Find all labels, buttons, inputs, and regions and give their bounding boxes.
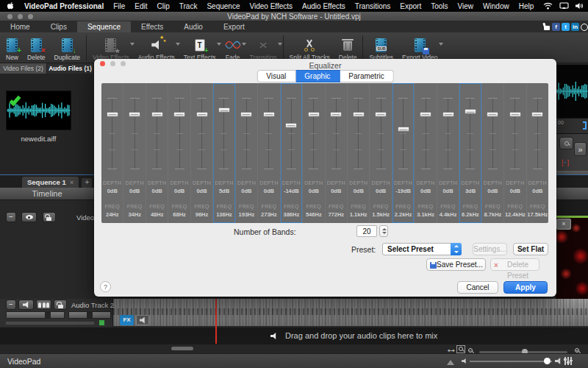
mix-track-lane[interactable]: Drag and drop your audio clips here to m…	[0, 328, 588, 344]
speaker-icon[interactable]	[18, 300, 34, 310]
eq-tab-visual[interactable]: Visual	[257, 70, 295, 82]
add-sequence-button[interactable]: +	[82, 178, 92, 188]
volume-icon[interactable]	[576, 2, 584, 10]
eq-band-772Hz[interactable]: DEPTH0dBFREQ772Hz	[326, 83, 348, 223]
playhead-cursor[interactable]	[215, 299, 217, 344]
audio-clip[interactable]: FX	[112, 299, 588, 326]
horizontal-scrollbar[interactable]	[171, 347, 193, 350]
eq-slider-thumb[interactable]	[420, 112, 431, 117]
menu-item-track[interactable]: Track	[179, 2, 198, 10]
lock-icon[interactable]	[43, 212, 56, 222]
text-effects-button[interactable]: T+Text Effects	[179, 32, 220, 63]
menu-item-clip[interactable]: Clip	[157, 2, 170, 10]
number-of-bands-input[interactable]: 20	[356, 225, 377, 237]
menu-item-window[interactable]: Window	[483, 2, 509, 10]
cancel-button[interactable]: Cancel	[457, 281, 498, 294]
eq-slider-thumb[interactable]	[107, 112, 118, 117]
eq-band-546Hz[interactable]: DEPTH0dBFREQ546Hz	[303, 83, 325, 223]
delete-preset-button[interactable]: ×Delete Preset	[490, 258, 539, 271]
eq-band-2.2kHz[interactable]: DEPTH-19dBFREQ2.2kHz	[392, 83, 415, 223]
tab-clips[interactable]: Clips	[40, 21, 77, 32]
bin-tab-video-files-[interactable]: Video Files (2)	[0, 63, 47, 74]
new-button[interactable]: +New	[1, 32, 23, 63]
sequence-tab[interactable]: Sequence 1 ×	[22, 177, 79, 188]
save-preset-button[interactable]: Save Preset...	[426, 258, 486, 271]
eq-band-24Hz[interactable]: DEPTH0dBFREQ24Hz	[101, 83, 123, 223]
eq-slider-thumb[interactable]	[308, 112, 320, 117]
bin-tab-audio-files-[interactable]: Audio Files (1)	[47, 63, 94, 74]
number-of-bands-stepper[interactable]	[379, 225, 388, 237]
collapse-track-button[interactable]: −	[6, 300, 16, 310]
split-all-tracks-button[interactable]: Split All Tracks	[285, 32, 334, 63]
eq-band-1.5kHz[interactable]: DEPTH0dBFREQ1.5kHz	[370, 83, 392, 223]
fit-width-icon[interactable]: ↔	[445, 344, 457, 353]
volume-slider[interactable]	[6, 311, 65, 319]
menu-item-video-effects[interactable]: Video Effects	[249, 2, 293, 10]
zoom-icon[interactable]	[559, 137, 573, 149]
eq-slider-thumb[interactable]	[487, 112, 498, 117]
master-volume-control[interactable]	[462, 357, 572, 365]
set-flat-button[interactable]: Set Flat	[513, 243, 548, 255]
fade-button[interactable]: Fade	[220, 32, 245, 63]
tab-home[interactable]: Home	[0, 21, 40, 32]
wifi-icon[interactable]	[543, 2, 553, 10]
eq-band-8.7kHz[interactable]: DEPTH0dBFREQ8.7kHz	[482, 83, 504, 223]
eq-slider-thumb[interactable]	[509, 112, 521, 117]
clip-mute-button[interactable]	[136, 315, 149, 325]
in-out-markers-icon[interactable]: [·]	[562, 159, 570, 166]
menu-item-tools[interactable]: Tools	[431, 2, 448, 10]
eq-band-48Hz[interactable]: DEPTH0dBFREQ48Hz	[146, 83, 168, 223]
eq-band-96Hz[interactable]: DEPTH0dBFREQ96Hz	[191, 83, 213, 223]
settings-button[interactable]: Settings...	[473, 243, 507, 255]
eq-slider-thumb[interactable]	[398, 127, 409, 132]
preset-dropdown[interactable]: Select Preset	[382, 243, 462, 255]
menu-item-view[interactable]: View	[458, 2, 474, 10]
menu-item-edit[interactable]: Edit	[135, 2, 147, 10]
delete-button[interactable]: ×Delete	[23, 32, 50, 63]
eq-slider-thumb[interactable]	[442, 112, 454, 117]
pinterest-icon[interactable]	[581, 24, 588, 31]
eq-slider-thumb[interactable]	[263, 112, 275, 117]
close-overlay-button[interactable]: ×	[556, 219, 571, 230]
eq-slider-thumb[interactable]	[465, 109, 476, 114]
chevron-down-icon[interactable]	[278, 43, 282, 46]
collapse-icon[interactable]	[447, 360, 454, 365]
eq-slider-thumb[interactable]	[196, 112, 208, 117]
eq-slider-thumb[interactable]	[173, 112, 185, 117]
eq-slider-thumb[interactable]	[218, 107, 230, 113]
delete-button[interactable]: Delete	[334, 32, 362, 63]
clip-filename[interactable]: newedit.aiff	[0, 135, 77, 143]
eq-band-136Hz[interactable]: DEPTH5dBFREQ136Hz	[213, 83, 235, 223]
eq-slider-thumb[interactable]	[531, 112, 543, 117]
menu-item-export[interactable]: Export	[400, 2, 421, 10]
volume-thumb[interactable]	[544, 358, 551, 364]
eq-band-273Hz[interactable]: DEPTH0dBFREQ273Hz	[258, 83, 280, 223]
eq-band-12.4kHz[interactable]: DEPTH0dBFREQ12.4kHz	[504, 83, 526, 223]
eq-band-1.1kHz[interactable]: DEPTH0dBFREQ1.1kHz	[348, 83, 370, 223]
pan-slider[interactable]	[68, 311, 111, 319]
eq-slider-thumb[interactable]	[375, 112, 387, 117]
tab-sequence[interactable]: Sequence	[77, 21, 131, 32]
eq-band-17.5kHz[interactable]: DEPTH0dBFREQ17.5kHz	[527, 83, 548, 223]
eye-icon[interactable]	[21, 212, 37, 222]
collapse-track-button[interactable]: −	[6, 212, 16, 222]
group-tracks-icon[interactable]	[36, 300, 51, 310]
twitter-icon[interactable]: t	[562, 23, 570, 31]
apple-icon[interactable]	[7, 2, 15, 10]
eq-band-3.1kHz[interactable]: DEPTH0dBFREQ3.1kHz	[415, 83, 437, 223]
help-button[interactable]: ?	[100, 281, 111, 292]
eq-slider-thumb[interactable]	[129, 112, 140, 117]
facebook-icon[interactable]: f	[552, 23, 560, 31]
menu-item-file[interactable]: File	[113, 2, 125, 10]
tab-effects[interactable]: Effects	[131, 21, 173, 32]
eq-band-193Hz[interactable]: DEPTH0dBFREQ193Hz	[236, 83, 258, 223]
display-icon[interactable]	[559, 2, 569, 10]
linkedin-icon[interactable]: in	[571, 23, 579, 31]
eq-slider-thumb[interactable]	[353, 112, 365, 117]
export-video-button[interactable]: Export Video	[398, 32, 442, 63]
duplicate-button[interactable]: ↓Duplicate	[50, 32, 85, 63]
eq-tab-graphic[interactable]: Graphic	[295, 70, 340, 82]
apply-button[interactable]: Apply	[503, 281, 548, 294]
expand-icon[interactable]: »	[574, 142, 587, 156]
menu-item-audio-effects[interactable]: Audio Effects	[302, 2, 345, 10]
